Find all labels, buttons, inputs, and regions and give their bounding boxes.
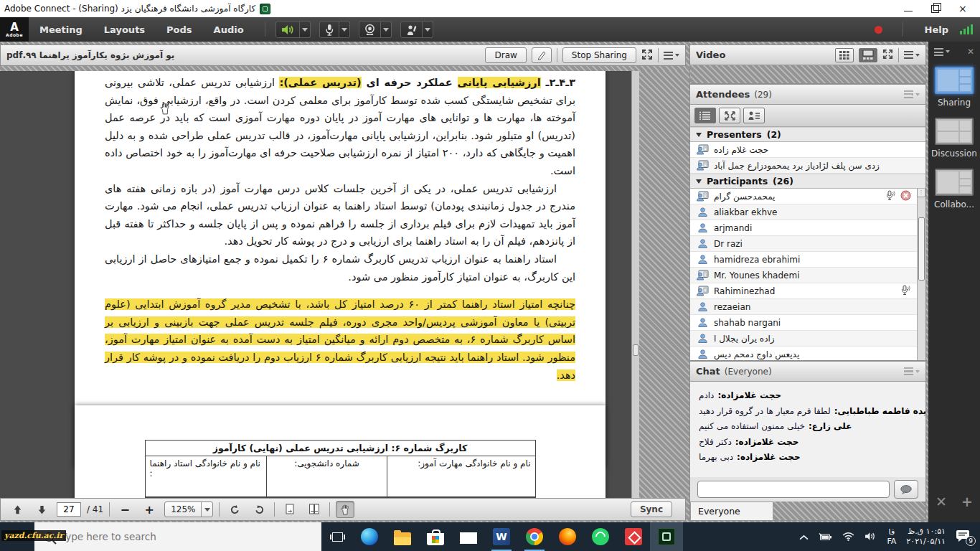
attendee-row[interactable]: rezaeian [690, 299, 917, 315]
chat-input[interactable] [697, 481, 890, 498]
menu-pods[interactable]: Pods [156, 17, 203, 42]
search-input[interactable] [60, 530, 275, 543]
breakout-view-icon[interactable] [719, 108, 740, 123]
pdf-scrollbar[interactable] [631, 71, 639, 498]
taskbar-search[interactable] [34, 522, 321, 551]
hand-tool-icon[interactable] [336, 501, 354, 518]
raise-hand-button-group[interactable] [400, 21, 433, 38]
attendee-row[interactable]: زاده یران یجلال ا [690, 331, 917, 347]
close-button[interactable]: × [958, 4, 967, 13]
pdf-scrollbar-thumb[interactable] [633, 344, 639, 356]
clock[interactable]: ۱۰:۵۱ ق.ظ ۲۰۲۱/۰۵/۱۱ [906, 527, 946, 547]
layout-bar-menu-icon[interactable] [934, 48, 950, 56]
scrollbar-grip[interactable]: ⋮ [917, 189, 925, 197]
zoom-in-icon[interactable]: + [140, 501, 159, 518]
firefox-taskbar-button[interactable] [551, 522, 584, 551]
fit-width-icon[interactable] [305, 501, 324, 518]
battery-icon[interactable] [819, 530, 832, 544]
help-menu[interactable]: Help [913, 24, 960, 35]
video-pod-menu-icon[interactable] [904, 51, 920, 59]
attendee-row[interactable]: arjmandi [690, 220, 917, 236]
attendee-row[interactable]: یمحمدحسن گرام [690, 189, 917, 204]
volume-icon[interactable] [864, 530, 877, 544]
language-indicator[interactable]: فا FA [887, 527, 896, 546]
speaker-button-group[interactable] [275, 21, 311, 38]
maximize-button[interactable] [931, 4, 940, 13]
webcam-icon[interactable] [359, 21, 381, 38]
zoom-out-icon[interactable]: − [116, 501, 134, 518]
raise-hand-icon[interactable] [400, 21, 423, 38]
attendee-row[interactable]: hamidreza ebrahimi [690, 252, 917, 268]
fullscreen-icon[interactable] [641, 49, 653, 62]
task-view-button[interactable] [321, 522, 353, 551]
word-taskbar-button[interactable]: W [485, 522, 518, 551]
webcam-button-group[interactable] [359, 21, 392, 38]
zoom-level-select[interactable]: 125% [164, 501, 213, 517]
adobe-connect-taskbar-button[interactable] [650, 522, 683, 551]
video-fullscreen-icon[interactable] [882, 49, 893, 62]
layout-sharing-thumbnail[interactable] [935, 67, 974, 94]
presenters-section-header[interactable]: Presenters (2) [690, 127, 925, 142]
explorer-taskbar-button[interactable] [386, 522, 419, 551]
layout-collaboration-thumbnail[interactable] [935, 169, 974, 196]
layout-collaboration[interactable]: Collabo... [928, 169, 980, 209]
microphone-dropdown[interactable] [339, 21, 350, 38]
rotate-right-icon[interactable] [250, 501, 268, 518]
send-message-button[interactable] [894, 480, 918, 499]
menu-layouts[interactable]: Layouts [93, 17, 156, 42]
participants-section-header[interactable]: Participants (26) [690, 174, 925, 189]
layout-bar-close-icon[interactable]: ✕ [967, 47, 974, 57]
pointer-pen-button[interactable] [532, 47, 552, 63]
chat-tab-everyone[interactable]: Everyone [690, 501, 773, 520]
attendee-list-view-icon[interactable] [694, 108, 716, 123]
attendee-row[interactable]: shahab nargani [690, 315, 917, 331]
chrome-taskbar-button[interactable] [518, 522, 551, 551]
menu-audio[interactable]: Audio [203, 17, 255, 42]
attendee-row[interactable]: حجت غلام زاده [690, 142, 925, 158]
store-taskbar-button[interactable] [419, 522, 452, 551]
connection-signal-icon[interactable] [960, 24, 973, 34]
attendees-scrollbar[interactable]: ⋮ [917, 189, 925, 360]
microphone-icon[interactable] [319, 21, 339, 38]
minimize-button[interactable] [904, 4, 913, 13]
attendee-status-view-icon[interactable] [743, 108, 765, 123]
previous-page-icon[interactable] [8, 501, 27, 518]
attendee-row[interactable]: Dr razi [690, 236, 917, 252]
chat-pod-menu-icon[interactable] [904, 367, 920, 375]
mic-live-icon[interactable] [900, 285, 911, 298]
stop-sharing-button[interactable]: Stop Sharing [562, 47, 636, 63]
start-button[interactable]: yazd.cfu.ac.ir [0, 522, 34, 551]
add-layout-icon[interactable]: + [961, 494, 973, 509]
layout-sharing[interactable]: Sharing [928, 67, 980, 108]
close-layout-icon[interactable]: ✕ [936, 494, 947, 509]
microphone-button-group[interactable] [319, 21, 350, 38]
rotate-left-icon[interactable] [225, 501, 244, 518]
red-diamond-taskbar-button[interactable] [617, 522, 650, 551]
sync-button[interactable]: Sync [631, 501, 672, 517]
edge-taskbar-button[interactable] [353, 522, 386, 551]
mic-live-icon[interactable] [885, 190, 896, 203]
layout-discussion[interactable]: Discussion [928, 118, 980, 159]
layout-discussion-thumbnail[interactable] [935, 118, 974, 145]
attendee-row[interactable]: Mr. Younes khademi [690, 268, 917, 283]
notification-center-icon[interactable]: 9 [956, 529, 973, 544]
draw-button[interactable]: Draw [485, 47, 526, 63]
mail-taskbar-button[interactable] [452, 522, 485, 551]
attendee-row[interactable]: یدیعس داوج دمحم دیس [690, 347, 917, 360]
attendees-scrollbar-thumb[interactable] [918, 217, 925, 281]
adobe-logo[interactable]: A Adobe [0, 17, 29, 42]
webcam-dropdown[interactable] [381, 21, 392, 38]
whatsapp-taskbar-button[interactable] [584, 522, 617, 551]
grid-view-icon[interactable] [835, 48, 854, 62]
attendees-pod-menu-icon[interactable] [904, 90, 920, 98]
wifi-icon[interactable] [842, 530, 854, 544]
next-page-icon[interactable] [32, 501, 51, 518]
tray-chevron-icon[interactable] [799, 530, 809, 544]
page-number-input[interactable] [57, 502, 81, 517]
attendee-row[interactable]: Rahiminezhad [690, 283, 917, 299]
pod-menu-icon[interactable] [664, 52, 679, 60]
menu-meeting[interactable]: Meeting [29, 17, 93, 42]
pdf-viewport[interactable]: ۳ـ۴ـ۲ـ ارزشیابی پایانی عملکرد حرفه ای (ت… [0, 71, 631, 498]
raise-hand-dropdown[interactable] [423, 21, 433, 38]
fit-page-icon[interactable] [281, 501, 299, 518]
